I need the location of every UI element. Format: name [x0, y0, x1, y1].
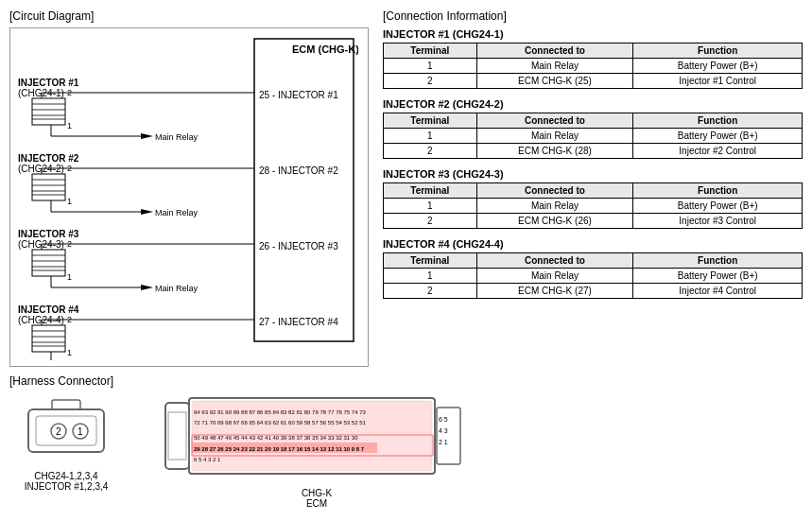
svg-text:2 1: 2 1: [439, 439, 448, 445]
table-row: 1 Main Relay Battery Power (B+): [384, 59, 803, 74]
svg-text:INJECTOR #4: INJECTOR #4: [18, 304, 79, 315]
svg-marker-49: [141, 285, 153, 290]
svg-rect-53: [32, 325, 65, 352]
svg-marker-34: [141, 209, 153, 215]
conn-table-1: Terminal Connected to Function 1 Main Re…: [383, 43, 803, 89]
svg-text:INJECTOR #1: INJECTOR #1: [18, 78, 79, 88]
svg-text:Main Relay: Main Relay: [155, 208, 199, 217]
th-function-3: Function: [633, 183, 803, 199]
small-connector-label: CHG24-1,2,3,4 INJECTOR #1,2,3,4: [25, 471, 109, 492]
th-terminal-2: Terminal: [384, 113, 477, 129]
table-row: 2 ECM CHG-K (25) Injector #1 Control: [384, 74, 803, 89]
svg-rect-74: [168, 412, 186, 460]
th-terminal-1: Terminal: [384, 43, 477, 59]
th-connected-1: Connected to: [476, 43, 633, 59]
circuit-diagram-box: ECM (CHG-K) 25 - INJECTOR #1 28 - INJECT…: [9, 27, 369, 367]
circuit-title: [Circuit Diagram]: [9, 9, 369, 23]
table-row: 1 Main Relay Battery Power (B+): [384, 269, 803, 284]
svg-text:1: 1: [67, 272, 72, 282]
svg-text:Main Relay: Main Relay: [155, 359, 199, 360]
svg-text:6 5: 6 5: [439, 416, 448, 423]
conn-section-2: INJECTOR #2 (CHG24-2) Terminal Connected…: [383, 98, 803, 159]
svg-rect-72: [52, 400, 80, 409]
svg-text:1: 1: [78, 426, 83, 437]
harness-section: [Harness Connector] 2 1: [9, 374, 803, 509]
th-function-4: Function: [633, 253, 803, 269]
th-terminal-3: Terminal: [384, 183, 477, 199]
table-row: 2 ECM CHG-K (26) Injector #3 Control: [384, 214, 803, 229]
th-connected-4: Connected to: [476, 253, 633, 269]
table-row: 1 Main Relay Battery Power (B+): [384, 199, 803, 214]
svg-rect-23: [32, 174, 65, 200]
svg-rect-38: [32, 250, 65, 276]
svg-text:28 - INJECTOR #2: 28 - INJECTOR #2: [259, 165, 338, 176]
circuit-svg: ECM (CHG-K) 25 - INJECTOR #1 28 - INJECT…: [18, 34, 358, 360]
circuit-diagram-panel: [Circuit Diagram] ECM (CHG-K) 25 - INJEC…: [9, 9, 369, 367]
conn-title-4: INJECTOR #4 (CHG24-4): [383, 238, 803, 250]
th-function-1: Function: [633, 43, 803, 59]
small-connector-svg: 2 1: [9, 395, 123, 471]
th-function-2: Function: [633, 113, 803, 129]
svg-text:94 93 92 91 90 89 88 87 86 85 : 94 93 92 91 90 89 88 87 86 85 84 83 82 8…: [194, 409, 366, 415]
svg-text:29 28 27 26 25 24 23 22 21 20 : 29 28 27 26 25 24 23 22 21 20 19 18 17 1…: [194, 446, 365, 452]
conn-table-3: Terminal Connected to Function 1 Main Re…: [383, 182, 803, 229]
small-connector: 2 1 CHG24-1,2,3,4 INJECTOR #1,2,3,4: [9, 395, 123, 492]
svg-text:72 71 70 69 68 67 66 65 64 63 : 72 71 70 69 68 67 66 65 64 63 62 61 60 5…: [194, 420, 366, 425]
th-connected-3: Connected to: [476, 183, 633, 199]
table-row: 2 ECM CHG-K (28) Injector #2 Control: [384, 144, 803, 159]
svg-text:1: 1: [67, 197, 72, 206]
table-row: 1 Main Relay Battery Power (B+): [384, 129, 803, 144]
conn-table-2: Terminal Connected to Function 1 Main Re…: [383, 113, 803, 159]
svg-text:INJECTOR #3: INJECTOR #3: [18, 229, 79, 239]
svg-text:27 - INJECTOR #4: 27 - INJECTOR #4: [259, 317, 338, 327]
conn-title-2: INJECTOR #2 (CHG24-2): [383, 98, 803, 110]
svg-text:ECM (CHG-K): ECM (CHG-K): [292, 43, 358, 55]
harness-title-label: [Harness Connector] 2 1: [9, 374, 123, 492]
conn-section-1: INJECTOR #1 (CHG24-1) Terminal Connected…: [383, 28, 803, 89]
svg-text:2: 2: [56, 426, 61, 437]
main-wrapper: [Circuit Diagram] ECM (CHG-K) 25 - INJEC…: [9, 9, 803, 509]
svg-rect-8: [32, 98, 65, 125]
svg-rect-0: [254, 39, 354, 341]
large-connector: 94 93 92 91 90 89 88 87 86 85 84 83 82 8…: [161, 393, 473, 509]
svg-text:25 - INJECTOR #1: 25 - INJECTOR #1: [259, 90, 338, 100]
conn-title-1: INJECTOR #1 (CHG24-1): [383, 28, 803, 40]
svg-text:26 - INJECTOR #3: 26 - INJECTOR #3: [259, 241, 338, 252]
conn-table-4: Terminal Connected to Function 1 Main Re…: [383, 252, 803, 299]
conn-title-3: INJECTOR #3 (CHG24-3): [383, 168, 803, 180]
th-terminal-4: Terminal: [384, 253, 477, 269]
svg-text:6  5  4  3  2  1: 6 5 4 3 2 1: [194, 457, 221, 462]
connection-title: [Connection Information]: [383, 9, 803, 23]
svg-text:4 3: 4 3: [439, 427, 448, 434]
svg-text:1: 1: [67, 121, 72, 130]
svg-marker-19: [141, 133, 153, 139]
svg-text:Main Relay: Main Relay: [155, 132, 199, 142]
connection-info-panel: [Connection Information] INJECTOR #1 (CH…: [383, 9, 803, 367]
conn-section-3: INJECTOR #3 (CHG24-3) Terminal Connected…: [383, 168, 803, 229]
conn-section-4: INJECTOR #4 (CHG24-4) Terminal Connected…: [383, 238, 803, 299]
large-connector-label: CHG-K ECM: [302, 488, 332, 509]
top-section: [Circuit Diagram] ECM (CHG-K) 25 - INJEC…: [9, 9, 803, 367]
svg-text:50 49 48 47 46 45 44 43 42 41 : 50 49 48 47 46 45 44 43 42 41 40 39 38 3…: [194, 435, 358, 441]
svg-text:Main Relay: Main Relay: [155, 284, 199, 293]
table-row: 2 ECM CHG-K (27) Injector #4 Control: [384, 284, 803, 299]
large-connector-svg: 94 93 92 91 90 89 88 87 86 85 84 83 82 8…: [161, 393, 473, 488]
svg-text:INJECTOR #2: INJECTOR #2: [18, 153, 79, 164]
th-connected-2: Connected to: [476, 113, 633, 129]
svg-text:1: 1: [67, 348, 72, 357]
